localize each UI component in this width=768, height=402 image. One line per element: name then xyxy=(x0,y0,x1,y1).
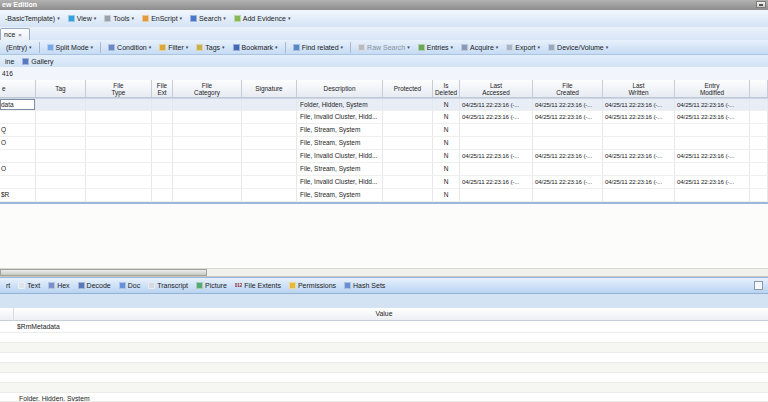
cell-r8-c1[interactable]: $R xyxy=(0,189,36,201)
cell-r4-c5[interactable] xyxy=(173,137,242,149)
cell-r6-c11[interactable] xyxy=(533,163,603,175)
menu-item-enscript[interactable]: EnScript▾ xyxy=(138,15,186,22)
cell-r1-c6[interactable] xyxy=(242,99,297,110)
cell-r1-c10[interactable]: 04/25/11 22:23:16 (-... xyxy=(460,99,533,110)
horizontal-scrollbar[interactable] xyxy=(0,268,768,277)
cell-r6-c10[interactable] xyxy=(460,163,533,175)
cell-r3-c2[interactable] xyxy=(36,124,86,136)
column-header-file-category[interactable]: File Category xyxy=(173,80,242,97)
cell-r4-c3[interactable] xyxy=(86,137,152,149)
table-row[interactable]: OFile, Stream, SystemN xyxy=(0,137,768,150)
toolbar-button-split-mode[interactable]: Split Mode▾ xyxy=(43,44,98,51)
column-header-last-written[interactable]: Last Written xyxy=(603,80,675,97)
cell-r4-c8[interactable] xyxy=(383,137,433,149)
cell-r4-c10[interactable] xyxy=(460,137,533,149)
menu-item-search[interactable]: Search▾ xyxy=(186,15,230,22)
cell-r8-c5[interactable] xyxy=(173,189,242,201)
cell-r1-c11[interactable]: 04/25/11 22:23:16 (-... xyxy=(533,99,603,110)
cell-r7-c2[interactable] xyxy=(36,176,86,188)
toolbar-button-find-related[interactable]: Find related▾ xyxy=(289,44,347,51)
menu-item-add-evidence[interactable]: Add Evidence▾ xyxy=(230,15,295,22)
cell-r5-c3[interactable] xyxy=(86,150,152,162)
column-header-description[interactable]: Description xyxy=(297,80,383,97)
cell-r5-c8[interactable] xyxy=(383,150,433,162)
bottom-tab-permissions[interactable]: Permissions xyxy=(285,282,340,289)
cell-r7-c10[interactable]: 04/25/11 22:23:16 (-... xyxy=(460,176,533,188)
cell-r6-c5[interactable] xyxy=(173,163,242,175)
cell-r8-c11[interactable] xyxy=(533,189,603,201)
cell-r8-c4[interactable] xyxy=(152,189,173,201)
cell-r8-c2[interactable] xyxy=(36,189,86,201)
cell-r3-c12[interactable] xyxy=(603,124,675,136)
view-tab-gallery[interactable]: Gallery xyxy=(18,58,57,65)
cell-r1-c2[interactable] xyxy=(36,99,86,110)
column-header-last-accessed[interactable]: Last Accessed xyxy=(460,80,533,97)
column-header-protected[interactable]: Protected xyxy=(383,80,433,97)
table-row[interactable]: File, Invalid Cluster, Hidd...N04/25/11 … xyxy=(0,111,768,124)
cell-r5-c14[interactable] xyxy=(750,150,768,162)
cell-r8-c14[interactable] xyxy=(750,189,768,201)
view-tab-ine[interactable]: ine xyxy=(1,58,18,65)
cell-r4-c11[interactable] xyxy=(533,137,603,149)
cell-r6-c8[interactable] xyxy=(383,163,433,175)
cell-r3-c7[interactable]: File, Stream, System xyxy=(297,124,383,136)
column-header-is-deleted[interactable]: Is Deleted xyxy=(433,80,460,97)
cell-r7-c4[interactable] xyxy=(152,176,173,188)
cell-r5-c12[interactable]: 04/25/11 22:23:16 (-... xyxy=(603,150,675,162)
toolbar-button-entries[interactable]: Entries▾ xyxy=(414,44,457,51)
cell-r6-c7[interactable]: File, Stream, System xyxy=(297,163,383,175)
bottom-tab-doc[interactable]: Doc xyxy=(115,282,144,289)
cell-r1-c8[interactable] xyxy=(383,99,433,110)
cell-r1-c4[interactable] xyxy=(152,99,173,110)
table-row[interactable]: QFile, Stream, SystemN xyxy=(0,124,768,137)
toolbar-button-condition[interactable]: Condition▾ xyxy=(104,44,155,51)
cell-r7-c3[interactable] xyxy=(86,176,152,188)
cell-r4-c4[interactable] xyxy=(152,137,173,149)
cell-r7-c1[interactable] xyxy=(0,176,36,188)
cell-r2-c10[interactable]: 04/25/11 22:23:16 (-... xyxy=(460,111,533,123)
cell-r3-c1[interactable]: Q xyxy=(0,124,36,136)
cell-r7-c8[interactable] xyxy=(383,176,433,188)
cell-r2-c5[interactable] xyxy=(173,111,242,123)
cell-r6-c3[interactable] xyxy=(86,163,152,175)
cell-r2-c14[interactable] xyxy=(750,111,768,123)
cell-r7-c5[interactable] xyxy=(173,176,242,188)
cell-r6-c9[interactable]: N xyxy=(433,163,460,175)
cell-r4-c7[interactable]: File, Stream, System xyxy=(297,137,383,149)
cell-r3-c5[interactable] xyxy=(173,124,242,136)
cell-r2-c7[interactable]: File, Invalid Cluster, Hidd... xyxy=(297,111,383,123)
cell-r6-c2[interactable] xyxy=(36,163,86,175)
cell-r2-c12[interactable]: 04/25/11 22:23:16 (-... xyxy=(603,111,675,123)
cell-r5-c11[interactable]: 04/25/11 22:23:16 (-... xyxy=(533,150,603,162)
cell-r1-c9[interactable]: N xyxy=(433,99,460,110)
cell-r5-c1[interactable] xyxy=(0,150,36,162)
cell-r6-c14[interactable] xyxy=(750,163,768,175)
cell-r8-c9[interactable]: N xyxy=(433,189,460,201)
cell-r6-c6[interactable] xyxy=(242,163,297,175)
cell-r2-c3[interactable] xyxy=(86,111,152,123)
cell-r7-c11[interactable]: 04/25/11 22:23:16 (-... xyxy=(533,176,603,188)
cell-r1-c14[interactable] xyxy=(750,99,768,110)
cell-r1-c12[interactable]: 04/25/11 22:23:16 (-... xyxy=(603,99,675,110)
report-row[interactable] xyxy=(0,343,768,353)
cell-r3-c10[interactable] xyxy=(460,124,533,136)
cell-r3-c11[interactable] xyxy=(533,124,603,136)
column-header-e[interactable]: e xyxy=(0,80,36,97)
column-header-tag[interactable]: Tag xyxy=(36,80,86,97)
toolbar-button-export[interactable]: Export▾ xyxy=(502,44,544,51)
cell-r8-c12[interactable] xyxy=(603,189,675,201)
tab-close-icon[interactable]: × xyxy=(18,32,22,38)
toolbar-button-tags[interactable]: Tags▾ xyxy=(192,44,228,51)
cell-r2-c2[interactable] xyxy=(36,111,86,123)
cell-r3-c8[interactable] xyxy=(383,124,433,136)
cell-r3-c13[interactable] xyxy=(675,124,750,136)
cell-r4-c12[interactable] xyxy=(603,137,675,149)
cell-r5-c7[interactable]: File, Invalid Cluster, Hidd... xyxy=(297,150,383,162)
bottom-tab-hex[interactable]: Hex xyxy=(44,282,73,289)
table-row[interactable]: File, Invalid Cluster, Hidd...N04/25/11 … xyxy=(0,176,768,189)
cell-r8-c13[interactable] xyxy=(675,189,750,201)
cell-r2-c1[interactable] xyxy=(0,111,36,123)
cell-r8-c3[interactable] xyxy=(86,189,152,201)
cell-r4-c13[interactable] xyxy=(675,137,750,149)
cell-r4-c14[interactable] xyxy=(750,137,768,149)
